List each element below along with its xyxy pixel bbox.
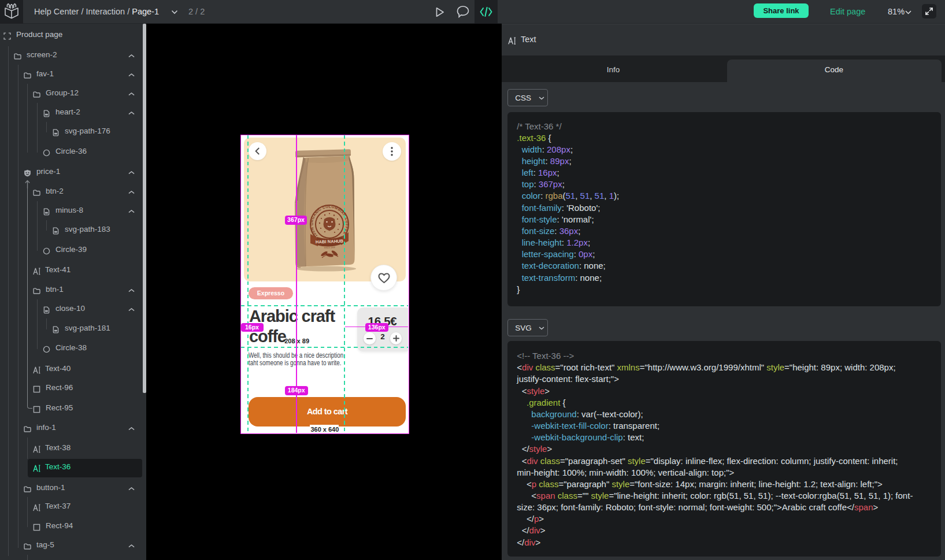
svg-text:HABI NAHUB: HABI NAHUB bbox=[315, 238, 343, 244]
svg-text:SINCE 1938: SINCE 1938 bbox=[324, 246, 335, 249]
